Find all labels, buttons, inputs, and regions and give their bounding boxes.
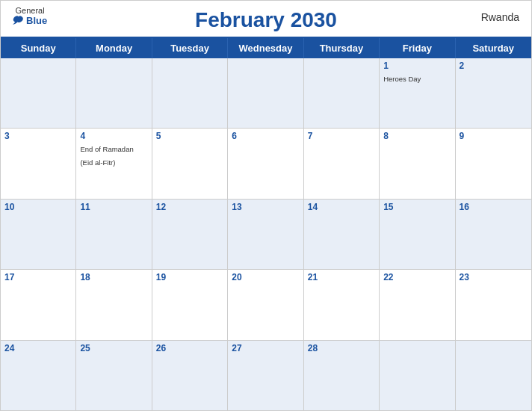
- day-cell: 20: [228, 270, 303, 339]
- day-number: 16: [460, 202, 528, 212]
- day-number: 3: [4, 131, 72, 141]
- day-cell: 12: [152, 200, 228, 269]
- day-cell: [76, 58, 152, 128]
- calendar-container: General Blue February 2030 Rwanda Sunday…: [0, 0, 532, 411]
- day-cell: 13: [228, 200, 303, 269]
- day-cell: 11: [76, 200, 152, 269]
- day-number: 20: [232, 272, 299, 282]
- day-cell: 5: [152, 129, 228, 198]
- day-header-thursday: Thursday: [304, 38, 380, 58]
- day-cell: 3: [1, 129, 76, 198]
- day-cell: 15: [380, 200, 455, 269]
- day-header-monday: Monday: [76, 38, 152, 58]
- day-number: 10: [4, 202, 72, 212]
- day-header-wednesday: Wednesday: [228, 38, 303, 58]
- month-title: February 2030: [195, 8, 337, 32]
- day-number: 13: [232, 202, 299, 212]
- day-cell: 2: [456, 58, 531, 128]
- logo: General Blue: [13, 7, 47, 25]
- day-cell: 28: [304, 341, 380, 410]
- day-number: 28: [308, 343, 375, 353]
- day-header-friday: Friday: [380, 38, 455, 58]
- weeks-container: 1Heroes Day234End of Ramadan (Eid al-Fit…: [1, 58, 531, 410]
- day-cell: 25: [76, 341, 152, 410]
- logo-bird-icon: [13, 15, 25, 25]
- calendar-header: General Blue February 2030 Rwanda: [1, 1, 531, 37]
- day-header-tuesday: Tuesday: [152, 38, 228, 58]
- day-number: 27: [232, 343, 299, 353]
- week-row-2: 34End of Ramadan (Eid al-Fitr)56789: [1, 129, 531, 199]
- logo-blue-text: Blue: [13, 15, 47, 25]
- day-cell: 27: [228, 341, 303, 410]
- day-number: 9: [460, 131, 528, 141]
- day-number: 26: [156, 343, 223, 353]
- day-header-sunday: Sunday: [1, 38, 76, 58]
- week-row-5: 2425262728: [1, 341, 531, 410]
- day-cell: 7: [304, 129, 380, 198]
- day-cell: 4End of Ramadan (Eid al-Fitr): [76, 129, 152, 198]
- day-number: 24: [4, 343, 72, 353]
- day-number: 25: [80, 343, 147, 353]
- day-number: 22: [383, 272, 451, 282]
- day-number: 12: [156, 202, 223, 212]
- day-cell: [456, 341, 531, 410]
- day-number: 14: [308, 202, 375, 212]
- day-cell: 23: [456, 270, 531, 339]
- logo-general-text: General: [16, 7, 45, 15]
- day-cell: 24: [1, 341, 76, 410]
- day-cell: [304, 58, 380, 128]
- day-cell: 10: [1, 200, 76, 269]
- day-number: 1: [383, 61, 451, 71]
- country-label: Rwanda: [481, 11, 519, 23]
- day-cell: [152, 58, 228, 128]
- day-headers-row: SundayMondayTuesdayWednesdayThursdayFrid…: [1, 38, 531, 58]
- day-cell: 22: [380, 270, 455, 339]
- day-number: 17: [4, 272, 72, 282]
- day-cell: 14: [304, 200, 380, 269]
- day-number: 5: [156, 131, 223, 141]
- day-number: 18: [80, 272, 147, 282]
- calendar-table: SundayMondayTuesdayWednesdayThursdayFrid…: [1, 37, 531, 410]
- day-cell: [228, 58, 303, 128]
- day-cell: 21: [304, 270, 380, 339]
- day-cell: 18: [76, 270, 152, 339]
- day-number: 2: [460, 61, 528, 71]
- holiday-name: End of Ramadan (Eid al-Fitr): [80, 145, 133, 167]
- day-cell: [380, 341, 455, 410]
- week-row-3: 10111213141516: [1, 200, 531, 270]
- day-cell: 1Heroes Day: [380, 58, 455, 128]
- week-row-4: 17181920212223: [1, 270, 531, 340]
- day-number: 19: [156, 272, 223, 282]
- day-cell: 8: [380, 129, 455, 198]
- day-cell: 19: [152, 270, 228, 339]
- day-number: 4: [80, 131, 147, 141]
- day-cell: 6: [228, 129, 303, 198]
- day-number: 15: [383, 202, 451, 212]
- day-cell: 16: [456, 200, 531, 269]
- day-cell: 26: [152, 341, 228, 410]
- day-number: 23: [460, 272, 528, 282]
- holiday-name: Heroes Day: [383, 75, 421, 83]
- day-cell: [1, 58, 76, 128]
- day-cell: 9: [456, 129, 531, 198]
- day-number: 11: [80, 202, 147, 212]
- day-number: 7: [308, 131, 375, 141]
- day-number: 6: [232, 131, 299, 141]
- day-number: 21: [308, 272, 375, 282]
- day-cell: 17: [1, 270, 76, 339]
- day-header-saturday: Saturday: [456, 38, 531, 58]
- day-number: 8: [383, 131, 451, 141]
- week-row-1: 1Heroes Day2: [1, 58, 531, 129]
